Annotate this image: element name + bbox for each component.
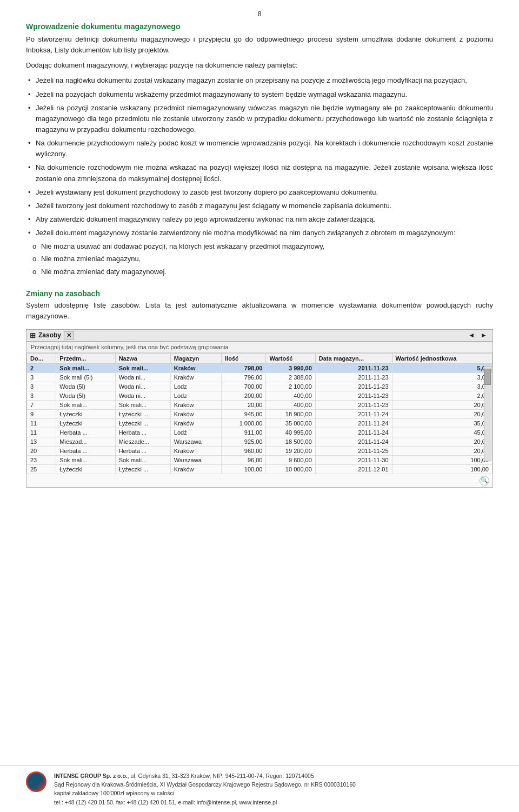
court-info: Sąd Rejonowy dla Krakowa-Śródmieścia, XI… [54,781,356,788]
list-item: Jeżeli na pozycji zostanie wskazany prze… [26,103,493,135]
table-row[interactable]: 2Sok mali...Sok mali...Kraków798,003 990… [27,363,493,372]
table-title-label: Zasoby [38,331,61,339]
table-cell: 40 995,00 [266,428,315,437]
footer: INTENSE GROUP Sp. z o.o., ul. Gdyńska 31… [0,766,519,812]
table-row[interactable]: 23Sok mali...Sok mali...Warszawa96,009 6… [27,455,493,464]
table-row[interactable]: 3Woda (5l)Woda ni...Lodz200,00400,002011… [27,391,493,400]
table-cell: Woda ni... [115,382,170,391]
table-cell: Kraków [170,464,221,474]
scroll-thumb[interactable] [484,369,491,385]
table-cell: Łyżeczki [56,464,115,474]
table-cell: Lodz [170,391,221,400]
table-cell: 960,00 [222,446,266,455]
table-row[interactable]: 11ŁyżeczkiŁyżeczki ...Kraków1 000,0035 0… [27,418,493,428]
table-cell: Woda ni... [115,372,170,382]
table-row[interactable]: 13Mieszad...Mieszade...Warszawa925,0018 … [27,437,493,446]
table-row[interactable]: 11Herbata ...Herbata ...Lodź911,0040 995… [27,428,493,437]
table-row[interactable]: 3Sok mali (5l)Woda ni...Kraków796,002 38… [27,372,493,382]
search-icon[interactable]: 🔍 [480,476,489,485]
footer-text: INTENSE GROUP Sp. z o.o., ul. Gdyńska 31… [54,771,356,807]
company-logo [26,771,46,792]
table-cell: 20,00 [222,400,266,409]
table-cell: Mieszad... [56,437,115,446]
table-cell: Herbata ... [56,428,115,437]
table-row[interactable]: 25ŁyżeczkiŁyżeczki ...Kraków100,0010 000… [27,464,493,474]
capital-info: kapitał zakładowy 100'000zł wpłacony w c… [54,790,174,796]
section1-lead: Dodając dokument magazynowy, i wybierają… [26,60,493,71]
table-cell: 9 [27,409,56,418]
table-cell: 96,00 [222,455,266,464]
list-item: Jeżeli wystawiany jest dokument przychod… [26,187,493,198]
table-cell: 19 200,00 [266,446,315,455]
table-cell: 35,00 [392,418,492,428]
table-cell: 2011-11-24 [315,418,392,428]
zasoby-data-table: Do... Przedm... Nazwa Magazyn Ilość Wart… [26,353,493,474]
table-cell: Lodz [170,382,221,391]
table-cell: Woda (5l) [56,391,115,400]
table-close-button[interactable]: ✕ [64,331,74,340]
table-cell: Łyżeczki ... [115,464,170,474]
table-cell: 25 [27,464,56,474]
sub-list-item: Nie można usuwać ani dodawać pozycji, na… [26,241,493,252]
table-cell: Herbata ... [115,446,170,455]
table-cell: Sok mali... [115,400,170,409]
col-header-nazwa[interactable]: Nazwa [115,353,170,363]
table-cell: 2011-11-23 [315,382,392,391]
table-cell: 2011-11-23 [315,400,392,409]
scrollbar[interactable] [484,366,491,461]
main-bullet-list: Jeżeli na nagłówku dokumentu został wska… [26,75,493,238]
section-title-main: Wprowadzenie dokumentu magazynowego [26,22,493,31]
table-cell: 3 [27,372,56,382]
table-cell: 2 [27,363,56,372]
table-cell: 2011-12-01 [315,464,392,474]
list-item: Na dokumencie przychodowym należy podać … [26,138,493,159]
table-cell: Woda ni... [115,391,170,400]
table-cell: 3 990,00 [266,363,315,372]
company-address: , ul. Gdyńska 31, 31-323 Kraków, NIP: 94… [128,773,314,779]
table-cell: Kraków [170,372,221,382]
table-cell: Woda (5l) [56,382,115,391]
table-cell: 2011-11-23 [315,363,392,372]
table-cell: 11 [27,418,56,428]
table-cell: Kraków [170,446,221,455]
table-row[interactable]: 20Herbata ...Herbata ...Kraków960,0019 2… [27,446,493,455]
table-cell: 2011-11-23 [315,391,392,400]
table-cell: Kraków [170,363,221,372]
col-header-magazyn[interactable]: Magazyn [170,353,221,363]
col-header-wartosc[interactable]: Wartość [266,353,315,363]
list-item: Jeżeli na nagłówku dokumentu został wska… [26,75,493,86]
table-cell: 2 100,00 [266,382,315,391]
col-header-data[interactable]: Data magazyn... [315,353,392,363]
col-header-doc[interactable]: Do... [27,353,56,363]
table-cell: 20 [27,446,56,455]
col-header-przedm[interactable]: Przedm... [56,353,115,363]
table-cell: 1 000,00 [222,418,266,428]
table-cell: 45,00 [392,428,492,437]
table-cell: 20,00 [392,400,492,409]
table-cell: 100,00 [392,464,492,474]
table-row[interactable]: 7Sok mali...Sok mali...Kraków20,00400,00… [27,400,493,409]
table-cell: 200,00 [222,391,266,400]
table-cell: 13 [27,437,56,446]
col-header-ilosc[interactable]: Ilość [222,353,266,363]
table-cell: 18 500,00 [266,437,315,446]
table-row[interactable]: 9ŁyżeczkiŁyżeczki ...Kraków945,0018 900,… [27,409,493,418]
nav-left-button[interactable]: ◄ [466,331,477,339]
table-cell: 3 [27,382,56,391]
col-header-wartosc-j[interactable]: Wartość jednostkowa [392,353,492,363]
table-cell: 2011-11-30 [315,455,392,464]
intro-paragraph: Po stworzeniu definicji dokumentu magazy… [26,34,493,56]
contact-info: tel.: +48 (12) 420 01 50, fax: +48 (12) … [54,799,277,806]
nav-right-button[interactable]: ► [478,331,489,339]
table-cell: 35 000,00 [266,418,315,428]
table-cell: 700,00 [222,382,266,391]
table-cell: Sok mali... [56,363,115,372]
list-item: Jeżeli na pozycjach dokumentu wskażemy p… [26,89,493,100]
table-cell: 20,00 [392,437,492,446]
table-cell: Kraków [170,418,221,428]
group-hint-row: Przeciągnij tutaj nagłówek kolumny, jeśl… [26,342,493,353]
table-cell: Sok mali (5l) [56,372,115,382]
table-row[interactable]: 3Woda (5l)Woda ni...Lodz700,002 100,0020… [27,382,493,391]
list-item: Jeżeli tworzony jest dokument rozchodowy… [26,201,493,211]
table-cell: Lodź [170,428,221,437]
